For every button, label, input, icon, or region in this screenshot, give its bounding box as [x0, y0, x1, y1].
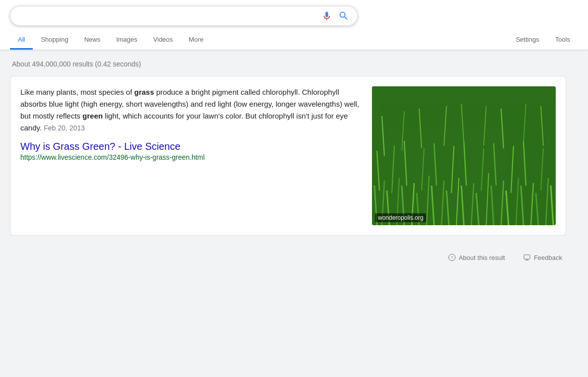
search-icon[interactable] [338, 10, 349, 21]
footer-actions: ? About this result Feedback [0, 246, 576, 269]
svg-text:?: ? [450, 255, 453, 260]
grass-svg [372, 86, 556, 225]
tab-settings[interactable]: Settings [508, 31, 547, 50]
snippet-bold-green: green [82, 112, 103, 120]
feedback-button[interactable]: Feedback [519, 251, 566, 263]
tab-tools[interactable]: Tools [547, 31, 578, 50]
tab-more[interactable]: More [181, 31, 212, 50]
feedback-icon [523, 253, 531, 261]
snippet-date: Feb 20, 2013 [44, 124, 85, 132]
feedback-label: Feedback [534, 254, 562, 261]
nav-tabs: All Shopping News Images Videos More Set… [10, 31, 578, 50]
result-link-title[interactable]: Why is Grass Green? - Live Science [20, 141, 362, 152]
tab-images[interactable]: Images [108, 31, 146, 50]
tab-shopping[interactable]: Shopping [33, 31, 76, 50]
featured-snippet-card: Like many plants, most species of grass … [10, 76, 566, 236]
search-input[interactable]: why is grass green [18, 11, 317, 21]
search-box[interactable]: why is grass green [10, 6, 358, 26]
tab-news[interactable]: News [76, 31, 108, 50]
snippet-text-before-bold1: Like many plants, most species of [20, 88, 134, 96]
grass-image: wonderopolis.org [372, 86, 556, 225]
about-result-button[interactable]: ? About this result [444, 251, 509, 263]
result-image-column: wonderopolis.org [372, 86, 556, 225]
image-source-label: wonderopolis.org [375, 213, 426, 222]
results-count: About 494,000,000 results (0.42 seconds) [10, 60, 566, 68]
tab-all[interactable]: All [10, 31, 33, 50]
result-url: https://www.livescience.com/32496-why-is… [20, 153, 362, 161]
about-result-label: About this result [459, 254, 505, 261]
svg-rect-49 [524, 255, 530, 259]
snippet-bold-grass: grass [134, 88, 154, 96]
snippet-text-column: Like many plants, most species of grass … [20, 86, 362, 225]
mic-icon[interactable] [321, 10, 332, 21]
question-circle-icon: ? [448, 253, 456, 261]
svg-rect-0 [372, 86, 556, 225]
tab-videos[interactable]: Videos [146, 31, 181, 50]
snippet-body: Like many plants, most species of grass … [20, 86, 362, 134]
